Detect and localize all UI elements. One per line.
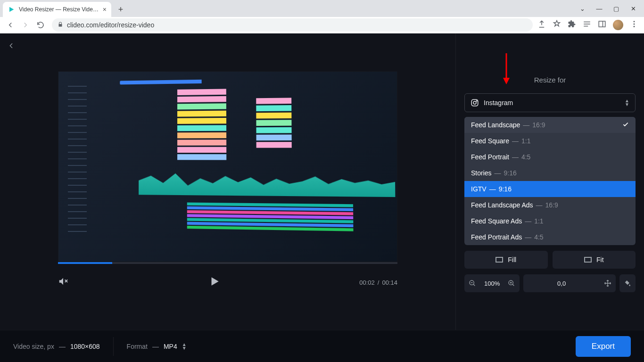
preset-option[interactable]: Feed Portrait—4:5 bbox=[464, 149, 636, 165]
platform-select[interactable]: Instagram ▲▼ bbox=[464, 93, 636, 112]
fit-label: Fit bbox=[596, 256, 604, 263]
fit-button[interactable]: Fit bbox=[553, 251, 636, 269]
profile-avatar[interactable] bbox=[613, 20, 623, 30]
preset-name: Feed Landscape bbox=[471, 121, 520, 129]
preset-option[interactable]: Stories—9:16 bbox=[464, 165, 636, 181]
time-display: 00:02 / 00:14 bbox=[359, 279, 397, 286]
export-button[interactable]: Export bbox=[576, 336, 631, 357]
position-control: 0,0 bbox=[523, 274, 616, 292]
zoom-out-button[interactable] bbox=[464, 274, 480, 292]
preset-option[interactable]: Feed Portrait Ads—4:5 bbox=[464, 229, 636, 245]
preset-dropdown: Feed Landscape—16:9Feed Square—1:1Feed P… bbox=[464, 117, 636, 245]
preset-ratio: 9:16 bbox=[499, 185, 512, 193]
preset-ratio: 4:5 bbox=[534, 233, 543, 241]
tab-title: Video Resizer — Resize Video On bbox=[19, 6, 99, 13]
preset-option[interactable]: Feed Square—1:1 bbox=[464, 133, 636, 149]
preset-name: Feed Portrait Ads bbox=[471, 233, 522, 241]
lock-icon bbox=[58, 22, 63, 29]
zoom-in-button[interactable] bbox=[504, 274, 520, 292]
browser-tab[interactable]: Video Resizer — Resize Video On × bbox=[3, 2, 111, 17]
fit-icon bbox=[584, 257, 592, 263]
svg-point-3 bbox=[634, 21, 635, 22]
side-panel-icon[interactable] bbox=[598, 20, 606, 30]
select-caret-icon: ▲▼ bbox=[625, 99, 629, 107]
size-label: Video size, px bbox=[13, 343, 54, 350]
svg-point-13 bbox=[476, 100, 477, 101]
preset-ratio: 16:9 bbox=[532, 121, 545, 129]
position-value: 0,0 bbox=[523, 280, 600, 287]
preset-option[interactable]: Feed Square Ads—1:1 bbox=[464, 213, 636, 229]
preset-ratio: 1:1 bbox=[521, 137, 530, 145]
app-root: 00:02 / 00:14 Resize for Instagram ▲▼ Fe… bbox=[0, 33, 644, 362]
preset-name: Feed Landscape Ads bbox=[471, 201, 533, 209]
new-tab-button[interactable]: + bbox=[114, 3, 127, 16]
bottom-bar: Video size, px — 1080×608 Format — MP4 ▲… bbox=[0, 330, 644, 362]
close-window-icon[interactable]: ✕ bbox=[629, 5, 637, 12]
svg-marker-8 bbox=[211, 277, 218, 285]
format-value: MP4 bbox=[164, 343, 177, 350]
tab-close-icon[interactable]: × bbox=[103, 6, 107, 13]
duration: 00:14 bbox=[382, 279, 397, 286]
preset-option[interactable]: Feed Landscape Ads—16:9 bbox=[464, 197, 636, 213]
svg-marker-0 bbox=[9, 7, 14, 12]
preset-name: IGTV bbox=[471, 185, 487, 193]
preview-pane: 00:02 / 00:14 bbox=[0, 33, 455, 330]
move-button[interactable] bbox=[600, 274, 616, 292]
fill-button[interactable]: Fill bbox=[464, 251, 548, 269]
preset-ratio: 1:1 bbox=[534, 217, 543, 225]
play-button[interactable] bbox=[208, 275, 220, 289]
minimize-icon[interactable]: ― bbox=[595, 5, 603, 12]
size-value: 1080×608 bbox=[70, 343, 100, 350]
window-controls: ⌄ ― ▢ ✕ bbox=[578, 0, 644, 17]
resize-panel: Resize for Instagram ▲▼ Feed Landscape—1… bbox=[455, 33, 644, 330]
svg-point-12 bbox=[473, 101, 476, 104]
caret-down-icon[interactable]: ⌄ bbox=[578, 5, 586, 12]
bookmark-star-icon[interactable] bbox=[553, 20, 561, 30]
format-label: Format bbox=[127, 343, 148, 350]
share-icon[interactable] bbox=[537, 20, 546, 30]
favicon-icon bbox=[8, 6, 15, 13]
mute-button[interactable] bbox=[58, 276, 68, 288]
preset-option[interactable]: IGTV—9:16 bbox=[464, 181, 636, 197]
preset-ratio: 4:5 bbox=[521, 153, 530, 161]
annotation-arrow-icon bbox=[501, 52, 512, 90]
video-size-group: Video size, px — 1080×608 bbox=[13, 343, 100, 350]
format-group[interactable]: Format — MP4 ▲▼ bbox=[127, 343, 187, 350]
extensions-icon[interactable] bbox=[568, 20, 576, 30]
url-text: clideo.com/editor/resize-video bbox=[67, 21, 154, 29]
preset-name: Stories bbox=[471, 169, 492, 177]
svg-line-18 bbox=[512, 284, 514, 286]
format-caret-icon: ▲▼ bbox=[182, 343, 187, 350]
kebab-menu-icon[interactable] bbox=[630, 20, 638, 30]
preset-name: Feed Square Ads bbox=[471, 217, 522, 225]
video-preview[interactable] bbox=[58, 71, 397, 262]
preset-name: Feed Square bbox=[471, 137, 509, 145]
browser-toolbar: clideo.com/editor/resize-video bbox=[0, 17, 644, 33]
preset-option[interactable]: Feed Landscape—16:9 bbox=[464, 117, 636, 133]
fill-label: Fill bbox=[508, 256, 516, 263]
back-button[interactable] bbox=[4, 18, 17, 32]
app-back-button[interactable] bbox=[8, 42, 15, 52]
progress-bar[interactable] bbox=[58, 262, 397, 264]
platform-value: Instagram bbox=[484, 99, 620, 107]
fill-icon bbox=[495, 257, 503, 263]
panel-title: Resize for bbox=[464, 76, 636, 84]
export-label: Export bbox=[592, 342, 615, 351]
svg-point-4 bbox=[634, 24, 635, 25]
zoom-control: 100% bbox=[464, 274, 520, 292]
preset-name: Feed Portrait bbox=[471, 153, 509, 161]
forward-button[interactable] bbox=[19, 18, 32, 32]
media-control-icon[interactable] bbox=[583, 20, 591, 30]
instagram-icon bbox=[471, 99, 479, 107]
zoom-value: 100% bbox=[480, 280, 504, 287]
check-icon bbox=[622, 121, 629, 129]
maximize-icon[interactable]: ▢ bbox=[612, 5, 620, 12]
address-bar[interactable]: clideo.com/editor/resize-video bbox=[52, 18, 533, 32]
preset-ratio: 9:16 bbox=[504, 169, 517, 177]
preset-ratio: 16:9 bbox=[545, 201, 558, 209]
fill-color-control[interactable] bbox=[619, 274, 636, 292]
reload-button[interactable] bbox=[34, 18, 47, 32]
browser-titlebar: Video Resizer — Resize Video On × + ⌄ ― … bbox=[0, 0, 644, 17]
current-time: 00:02 bbox=[359, 279, 375, 286]
svg-line-15 bbox=[473, 284, 475, 286]
